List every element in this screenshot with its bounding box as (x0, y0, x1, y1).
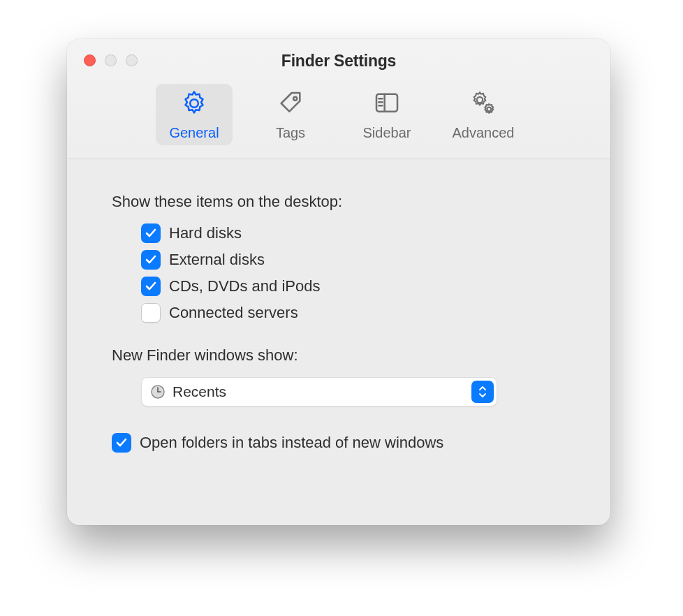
tab-label: Advanced (453, 125, 515, 141)
checkbox-external-disks-row: External disks (141, 250, 566, 270)
tab-tags[interactable]: Tags (252, 84, 329, 145)
content-pane: Show these items on the desktop: Hard di… (67, 159, 610, 481)
check-icon (145, 227, 157, 240)
checkbox-label: Open folders in tabs instead of new wind… (140, 434, 443, 452)
svg-point-8 (487, 107, 491, 111)
desktop-items-group: Hard disks External disks CDs, DVDs and … (141, 223, 566, 323)
dropdown-value: Recents (172, 383, 226, 400)
checkbox-label: CDs, DVDs and iPods (169, 277, 320, 295)
tab-label: General (169, 125, 219, 141)
chevron-up-down-icon (471, 381, 494, 403)
tab-general[interactable]: General (156, 84, 233, 145)
tag-icon (277, 89, 304, 121)
check-icon (145, 254, 157, 266)
check-icon (115, 437, 128, 449)
new-windows-label: New Finder windows show: (112, 346, 566, 365)
titlebar: Finder Settings General (67, 39, 610, 159)
checkbox-connected-servers[interactable] (141, 303, 161, 323)
checkbox-label: Hard disks (169, 224, 242, 242)
settings-window: Finder Settings General (67, 39, 610, 525)
checkbox-hard-disks-row: Hard disks (141, 223, 566, 243)
checkbox-external-disks[interactable] (141, 250, 161, 270)
desktop-items-label: Show these items on the desktop: (112, 193, 566, 211)
checkbox-hard-disks[interactable] (141, 223, 161, 243)
svg-point-1 (293, 97, 297, 101)
new-windows-dropdown[interactable]: Recents (141, 377, 497, 406)
svg-point-0 (190, 99, 198, 108)
check-icon (145, 280, 157, 293)
open-in-tabs-row: Open folders in tabs instead of new wind… (112, 433, 566, 453)
checkbox-connected-servers-row: Connected servers (141, 303, 566, 323)
svg-point-7 (477, 97, 483, 103)
new-windows-dropdown-wrap: Recents (141, 377, 566, 406)
checkbox-label: Connected servers (169, 304, 298, 322)
window-title: Finder Settings (67, 52, 610, 71)
clock-icon (150, 384, 166, 399)
checkbox-cds-dvds-ipods-row: CDs, DVDs and iPods (141, 277, 566, 296)
checkbox-label: External disks (169, 251, 265, 269)
gear-icon (180, 89, 208, 121)
gears-icon (469, 89, 497, 121)
checkbox-open-in-tabs[interactable] (112, 433, 131, 453)
sidebar-icon (373, 89, 401, 121)
tab-sidebar[interactable]: Sidebar (348, 84, 425, 145)
tab-label: Tags (276, 125, 305, 141)
toolbar-tabs: General Tags (67, 84, 610, 145)
tab-advanced[interactable]: Advanced (445, 84, 522, 145)
tab-label: Sidebar (363, 125, 411, 141)
checkbox-cds-dvds-ipods[interactable] (141, 277, 161, 296)
